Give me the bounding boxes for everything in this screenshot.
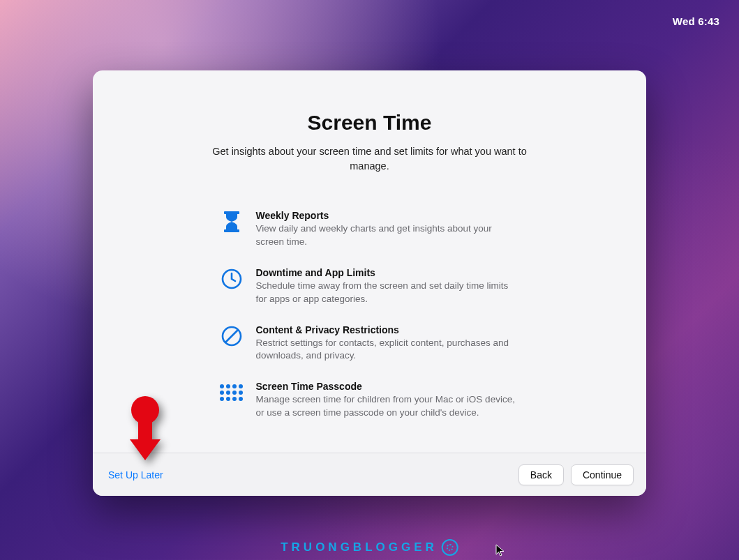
watermark-logo-icon bbox=[442, 539, 458, 556]
page-title: Screen Time bbox=[135, 111, 604, 135]
keypad-icon bbox=[220, 381, 244, 404]
svg-line-4 bbox=[225, 330, 238, 342]
feature-row-downtime: Downtime and App Limits Schedule time aw… bbox=[220, 267, 520, 306]
nosign-icon bbox=[220, 324, 244, 348]
menubar-clock: Wed 6:43 bbox=[673, 15, 719, 27]
hourglass-icon bbox=[220, 210, 244, 234]
watermark: TRUONGBLOGGER bbox=[281, 539, 458, 556]
page-subtitle: Get insights about your screen time and … bbox=[202, 144, 537, 174]
feature-row-weekly-reports: Weekly Reports View daily and weekly cha… bbox=[220, 210, 520, 249]
back-button[interactable]: Back bbox=[518, 464, 564, 485]
feature-desc: Schedule time away from the screen and s… bbox=[256, 280, 520, 306]
continue-button[interactable]: Continue bbox=[571, 464, 634, 485]
setup-assistant-window: Screen Time Get insights about your scre… bbox=[93, 70, 646, 496]
window-body: Screen Time Get insights about your scre… bbox=[93, 70, 646, 453]
feature-title: Screen Time Passcode bbox=[256, 381, 520, 392]
feature-title: Content & Privacy Restrictions bbox=[256, 324, 520, 335]
feature-row-content-privacy: Content & Privacy Restrictions Restrict … bbox=[220, 324, 520, 363]
svg-rect-0 bbox=[224, 211, 239, 214]
watermark-text: TRUONGBLOGGER bbox=[281, 540, 438, 554]
feature-desc: Manage screen time for children from you… bbox=[256, 393, 520, 420]
svg-rect-1 bbox=[224, 229, 239, 232]
clock-icon bbox=[220, 267, 244, 291]
feature-list: Weekly Reports View daily and weekly cha… bbox=[220, 210, 520, 420]
feature-desc: Restrict settings for contacts, explicit… bbox=[256, 337, 520, 363]
feature-title: Weekly Reports bbox=[256, 210, 520, 221]
set-up-later-button[interactable]: Set Up Later bbox=[105, 467, 166, 483]
cursor-icon bbox=[495, 544, 505, 557]
feature-row-passcode: Screen Time Passcode Manage screen time … bbox=[220, 381, 520, 420]
window-footer: Set Up Later Back Continue bbox=[93, 453, 646, 496]
feature-title: Downtime and App Limits bbox=[256, 267, 520, 278]
feature-desc: View daily and weekly charts and get ins… bbox=[256, 222, 520, 249]
